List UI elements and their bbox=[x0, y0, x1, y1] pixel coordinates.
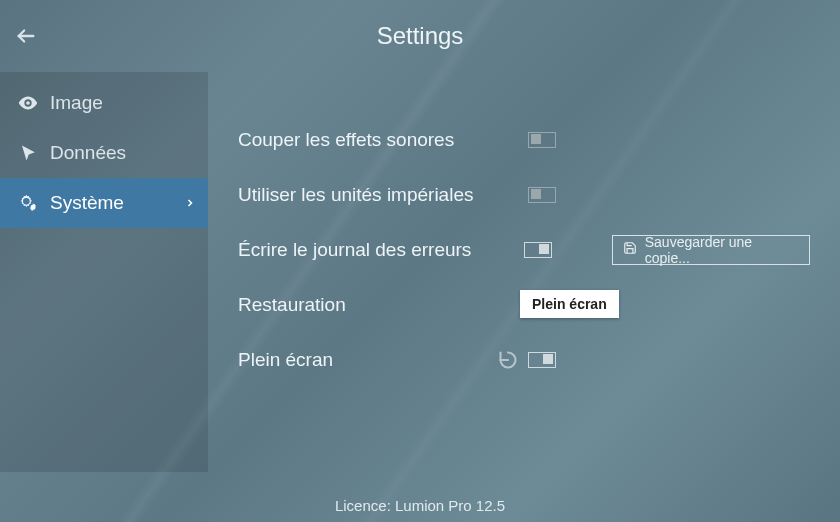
save-copy-button[interactable]: Sauvegarder une copie... bbox=[612, 235, 810, 265]
setting-row-mute-sound: Couper les effets sonores bbox=[238, 112, 810, 167]
sidebar-item-label: Données bbox=[50, 142, 126, 164]
setting-row-imperial: Utiliser les unités impériales bbox=[238, 167, 810, 222]
setting-label: Plein écran bbox=[238, 349, 496, 371]
license-value: Lumion Pro 12.5 bbox=[395, 497, 505, 514]
setting-label: Écrire le journal des erreurs bbox=[238, 239, 524, 261]
setting-label: Utiliser les unités impériales bbox=[238, 184, 528, 206]
setting-row-error-log: Écrire le journal des erreurs Sauvegarde… bbox=[238, 222, 810, 277]
save-copy-label: Sauvegarder une copie... bbox=[645, 234, 799, 266]
body: Image Données Système Couper les effets … bbox=[0, 72, 840, 472]
sidebar: Image Données Système bbox=[0, 72, 208, 472]
tooltip-fullscreen: Plein écran bbox=[520, 290, 619, 318]
sidebar-item-label: Système bbox=[50, 192, 124, 214]
reset-button[interactable] bbox=[496, 348, 520, 372]
license-label: Licence: bbox=[335, 497, 395, 514]
cursor-icon bbox=[16, 144, 40, 162]
toggle-mute-sound[interactable] bbox=[528, 132, 556, 148]
sidebar-item-system[interactable]: Système bbox=[0, 178, 208, 228]
undo-icon bbox=[498, 350, 518, 370]
setting-label: Couper les effets sonores bbox=[238, 129, 528, 151]
chevron-right-icon bbox=[184, 192, 196, 214]
toggle-fullscreen[interactable] bbox=[528, 352, 556, 368]
toggle-error-log[interactable] bbox=[524, 242, 552, 258]
gears-icon bbox=[16, 193, 40, 213]
setting-label: Restauration bbox=[238, 294, 528, 316]
settings-panel: Couper les effets sonores Utiliser les u… bbox=[208, 72, 840, 472]
sidebar-item-label: Image bbox=[50, 92, 103, 114]
save-icon bbox=[623, 241, 637, 258]
header: Settings bbox=[0, 0, 840, 72]
sidebar-item-data[interactable]: Données bbox=[0, 128, 208, 178]
toggle-imperial[interactable] bbox=[528, 187, 556, 203]
footer: Licence: Lumion Pro 12.5 bbox=[0, 497, 840, 514]
sidebar-item-image[interactable]: Image bbox=[0, 78, 208, 128]
eye-icon bbox=[16, 92, 40, 114]
setting-row-fullscreen: Plein écran bbox=[238, 332, 810, 387]
arrow-left-icon bbox=[15, 25, 37, 47]
back-button[interactable] bbox=[8, 18, 44, 54]
page-title: Settings bbox=[0, 22, 840, 50]
